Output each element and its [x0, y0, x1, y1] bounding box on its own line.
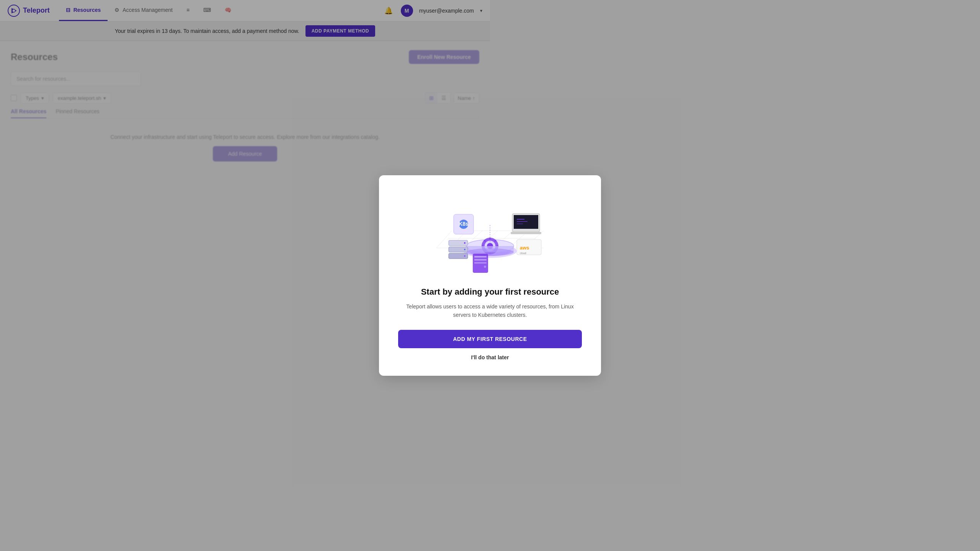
svg-point-51 — [484, 266, 486, 268]
add-resource-modal: K8s aws — [379, 175, 490, 276]
svg-rect-49 — [474, 259, 487, 261]
svg-rect-50 — [474, 262, 487, 264]
svg-rect-48 — [474, 256, 487, 258]
modal-overlay[interactable]: K8s aws — [0, 0, 490, 276]
svg-point-43 — [464, 255, 466, 257]
svg-text:K8s: K8s — [459, 221, 469, 227]
modal-illustration: K8s aws — [429, 191, 490, 275]
svg-point-42 — [464, 249, 466, 250]
svg-point-41 — [464, 242, 466, 244]
